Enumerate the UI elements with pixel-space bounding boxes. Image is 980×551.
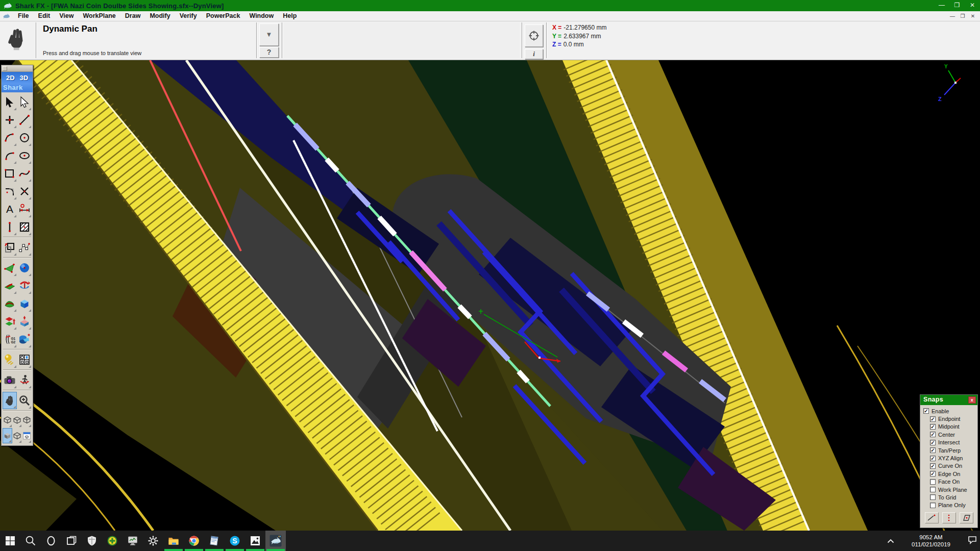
total-security-taskbar-icon[interactable]	[102, 531, 122, 551]
checkbox-tan-perp[interactable]: ✓	[930, 447, 936, 453]
tool-text-icon[interactable]: A	[3, 201, 17, 218]
menu-draw[interactable]: Draw	[120, 11, 145, 21]
performance-monitor-taskbar-icon[interactable]	[122, 531, 143, 551]
cortana-taskbar-icon[interactable]	[41, 531, 61, 551]
shark-fx-taskbar-icon[interactable]	[265, 531, 286, 551]
menu-modify[interactable]: Modify	[145, 11, 175, 21]
tool-sphere-icon[interactable]	[17, 259, 32, 277]
tool-help-button[interactable]: ?	[259, 47, 279, 58]
tool-line-icon[interactable]	[17, 111, 32, 129]
snap-plane-button[interactable]	[960, 512, 973, 523]
tool-point-icon[interactable]	[3, 111, 17, 129]
tool-select-outline-icon[interactable]	[17, 93, 32, 111]
menu-file[interactable]: File	[13, 11, 34, 21]
task-view-taskbar-icon[interactable]	[61, 531, 82, 551]
settings-taskbar-icon[interactable]	[143, 531, 163, 551]
checkbox-midpoint[interactable]: ✓	[930, 424, 936, 430]
tool-wire-cube-top-icon[interactable]	[22, 412, 32, 428]
tool-render-grid-icon[interactable]	[17, 351, 32, 368]
checkbox-curve-on[interactable]: ✓	[930, 463, 936, 469]
menu-help[interactable]: Help	[278, 11, 301, 21]
tool-fillet-icon[interactable]	[3, 183, 17, 200]
tool-options-dropdown-button[interactable]: ▼	[259, 23, 279, 46]
tool-layers-icon[interactable]	[3, 313, 17, 330]
menu-verify[interactable]: Verify	[175, 11, 202, 21]
mdi-minimize-button[interactable]: —	[947, 11, 958, 21]
chrome-taskbar-icon[interactable]	[184, 531, 204, 551]
menu-window[interactable]: Window	[244, 11, 278, 21]
notepad-taskbar-icon[interactable]	[204, 531, 225, 551]
skype-taskbar-icon[interactable]: S	[225, 531, 245, 551]
tool-revolve-icon[interactable]	[17, 277, 32, 294]
tool-move-copy-icon[interactable]	[3, 239, 17, 256]
tool-segment-icon[interactable]	[3, 218, 17, 236]
checkbox-enable[interactable]: ✓	[923, 408, 929, 414]
photos-taskbar-icon[interactable]	[245, 531, 265, 551]
menu-workplane[interactable]: WorkPlane	[78, 11, 120, 21]
tool-spline-icon[interactable]	[17, 165, 32, 182]
tool-poly-edit-icon[interactable]	[17, 239, 32, 256]
snaps-panel-title[interactable]: Snaps x	[920, 395, 977, 405]
tool-blend-g1g2-icon[interactable]: G1G2	[3, 331, 17, 348]
menu-edit[interactable]: Edit	[34, 11, 55, 21]
tool-wire-cube-front-icon[interactable]	[12, 412, 22, 428]
tool-extrude-icon[interactable]	[17, 313, 32, 330]
checkbox-plane-only[interactable]	[930, 503, 936, 508]
minimize-button[interactable]: —	[934, 0, 949, 11]
checkbox-to-grid[interactable]	[930, 494, 936, 500]
defender-taskbar-icon[interactable]	[82, 531, 102, 551]
start-taskbar-icon[interactable]	[0, 531, 20, 551]
checkbox-xyz-align[interactable]: ✓	[930, 456, 936, 461]
tool-surface-patch-icon[interactable]	[3, 295, 17, 312]
snap-line-button[interactable]	[925, 512, 939, 523]
search-taskbar-icon[interactable]	[20, 531, 41, 551]
tab-3d[interactable]: 3D	[19, 74, 28, 82]
info-button[interactable]: i	[525, 49, 543, 59]
menu-powerpack[interactable]: PowerPack	[202, 11, 245, 21]
tool-wire-cube-icon[interactable]	[12, 428, 22, 443]
tool-surface-triangle-icon[interactable]	[3, 259, 17, 277]
target-point-button[interactable]	[525, 24, 543, 47]
action-center-icon[interactable]	[965, 535, 980, 546]
checkbox-intersect[interactable]: ✓	[930, 440, 936, 445]
mdi-restore-button[interactable]: ❐	[958, 11, 968, 21]
tool-ellipse-icon[interactable]	[17, 147, 32, 164]
tab-2d[interactable]: 2D	[6, 74, 15, 82]
menu-view[interactable]: View	[55, 11, 78, 21]
tool-solid-cube-icon[interactable]	[17, 295, 32, 312]
tool-select-filled-icon[interactable]	[3, 93, 17, 111]
tool-wire-cube-iso-icon[interactable]	[3, 412, 12, 428]
taskbar-clock[interactable]: 9052 AM 011/021/02019	[902, 534, 960, 548]
tool-hatch-icon[interactable]	[17, 218, 32, 236]
tool-arc-tangent-icon[interactable]	[3, 147, 17, 164]
tool-view-palette-icon[interactable]	[22, 428, 32, 443]
mdi-close-button[interactable]: ✕	[968, 11, 978, 21]
coin-3d-scene[interactable]: Y Z	[0, 60, 980, 531]
tool-render-ball-icon[interactable]	[3, 351, 17, 368]
tool-circle-icon[interactable]	[17, 129, 32, 146]
snap-divide-button[interactable]	[942, 512, 956, 523]
palette-title-bar[interactable]	[2, 65, 33, 72]
close-button[interactable]: ✕	[965, 0, 980, 11]
checkbox-center[interactable]: ✓	[930, 432, 936, 437]
tool-zoom-magnifier-icon[interactable]	[17, 392, 32, 409]
tool-pan-hand-icon[interactable]	[3, 392, 17, 409]
tool-dimension-icon[interactable]	[17, 201, 32, 218]
tool-trim-icon[interactable]	[17, 183, 32, 200]
checkbox-endpoint[interactable]: ✓	[930, 416, 936, 422]
checkbox-face-on[interactable]	[930, 479, 936, 485]
snaps-close-button[interactable]: x	[968, 396, 976, 404]
file-explorer-taskbar-icon[interactable]	[163, 531, 184, 551]
palette-collapse-button[interactable]	[3, 66, 7, 71]
tool-walkthrough-icon[interactable]	[17, 371, 32, 389]
tool-boolean-solids-icon[interactable]	[17, 331, 32, 348]
tool-shaded-cube-icon[interactable]	[3, 428, 12, 443]
tool-camera-icon[interactable]	[3, 371, 17, 389]
checkbox-work-plane[interactable]	[930, 487, 936, 492]
checkbox-edge-on[interactable]: ✓	[930, 471, 936, 477]
3d-viewport[interactable]: Y Z 2D 3D Shark AG1G2 Snaps x ✓Enable✓En…	[0, 60, 980, 531]
tray-chevron-up-icon[interactable]	[884, 536, 897, 545]
tool-plane-arrow-icon[interactable]	[3, 277, 17, 294]
tool-rectangle-icon[interactable]	[3, 165, 17, 182]
maximize-button[interactable]: ❐	[949, 0, 965, 11]
